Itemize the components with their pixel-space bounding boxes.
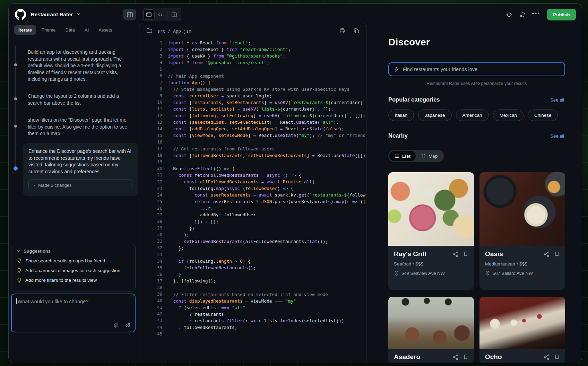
split-view-button[interactable] xyxy=(168,9,180,20)
tab-iterate[interactable]: Iterate xyxy=(14,25,36,35)
prompt-input[interactable]: What would you like to change? xyxy=(11,294,136,332)
category-pill-chinese[interactable]: Chinese xyxy=(528,110,558,121)
refresh-button[interactable] xyxy=(517,9,528,20)
nearby-title: Nearby xyxy=(388,132,408,139)
code-text: // Main App component xyxy=(168,73,224,79)
panel-tabs: IterateThemeDataAIAssets xyxy=(14,25,116,35)
code-line: 26 ...r, xyxy=(139,205,366,211)
code-line: 12 const [following, setFollowing] = use… xyxy=(139,112,366,119)
code-line: 38 xyxy=(139,284,366,291)
restaurant-card[interactable]: Ray's GrillSeafood • $$$649 Seaview Ave … xyxy=(388,172,474,290)
line-number: 7 xyxy=(139,80,162,85)
tab-theme[interactable]: Theme xyxy=(37,25,60,35)
share-button[interactable] xyxy=(544,251,550,257)
share-button[interactable] xyxy=(452,251,458,257)
bookmark-icon[interactable] xyxy=(463,354,468,360)
send-button[interactable] xyxy=(125,322,131,328)
app-title[interactable]: Restaurant Rater xyxy=(31,11,73,17)
code-line: 5 xyxy=(139,66,366,72)
github-logo-icon xyxy=(15,9,26,20)
bookmark-button[interactable] xyxy=(554,251,560,257)
share-icon[interactable] xyxy=(452,354,458,360)
code-line: 23 following.map(async (followedUser) =>… xyxy=(139,185,366,192)
category-pill-japanese[interactable]: Japanese xyxy=(418,110,452,121)
more-options-button[interactable]: ••• xyxy=(531,9,541,20)
code-line: 30 ); xyxy=(139,232,366,238)
made-changes-label: Made 2 changes xyxy=(38,183,71,188)
made-changes-button[interactable]: ›Made 2 changes xyxy=(28,179,132,191)
bookmark-button[interactable] xyxy=(463,354,468,360)
restaurant-photo xyxy=(388,297,474,349)
address-text: 649 Seaview Ave NW xyxy=(401,271,445,276)
category-pill-italian[interactable]: Italian xyxy=(388,110,414,121)
suggestion-item[interactable]: Show search results grouped by friend xyxy=(17,258,130,263)
list-icon xyxy=(395,154,400,159)
restaurant-card[interactable]: Asadero xyxy=(388,297,474,363)
line-number: 1 xyxy=(139,41,162,45)
share-icon[interactable] xyxy=(544,251,550,257)
share-icon[interactable] xyxy=(544,354,550,360)
share-button[interactable] xyxy=(452,354,458,360)
line-number: 38 xyxy=(139,285,162,290)
share-button[interactable] xyxy=(544,354,550,360)
refresh-icon xyxy=(519,11,526,18)
line-number: 35 xyxy=(139,265,162,270)
suggestion-label: Add more filters to the results view xyxy=(25,278,97,283)
code-view-button[interactable] xyxy=(155,9,166,20)
line-number: 28 xyxy=(139,219,162,224)
code-text: import * as React from "react"; xyxy=(168,40,251,45)
prompt-input-placeholder: What would you like to change? xyxy=(18,299,89,304)
tab-ai[interactable]: AI xyxy=(80,25,93,35)
suggestion-item[interactable]: Add a carousel of images for each sugges… xyxy=(17,268,130,273)
code-text: addedBy: followedUser xyxy=(168,212,256,217)
code-area[interactable]: 1import * as React from "react";2import … xyxy=(139,40,366,363)
prompt-message-card[interactable]: Enhance the Discover page’s search bar w… xyxy=(23,143,138,196)
copy-code-button[interactable] xyxy=(353,28,360,34)
bookmark-icon[interactable] xyxy=(554,354,560,360)
category-pill-american[interactable]: American xyxy=(456,110,489,121)
code-line: 20 React.useEffect(() => { xyxy=(139,165,366,172)
bookmark-button[interactable] xyxy=(463,251,468,257)
category-pill-mexican[interactable]: Mexican xyxy=(493,110,524,121)
attach-file-button[interactable] xyxy=(113,322,119,328)
restaurant-card[interactable]: Ocho xyxy=(479,297,565,363)
code-text: } xyxy=(168,272,181,277)
restaurant-cuisine: Seafood • $$$ xyxy=(394,261,468,267)
folder-icon[interactable] xyxy=(146,27,153,34)
code-line: 19 xyxy=(139,159,366,165)
prompt-message: Change the layout to 2 columns and add a… xyxy=(28,93,131,106)
share-icon[interactable] xyxy=(452,251,458,257)
see-all-categories-link[interactable]: See all xyxy=(550,97,564,103)
line-number: 16 xyxy=(139,140,162,145)
search-input[interactable]: Find restaurants your friends love xyxy=(388,62,565,76)
suggestion-item[interactable]: Add more filters to the results view xyxy=(17,278,130,283)
bookmark-icon[interactable] xyxy=(463,251,468,257)
target-button[interactable] xyxy=(504,9,514,20)
bookmark-icon[interactable] xyxy=(554,251,560,257)
code-line: 27 addedBy: followedUser xyxy=(139,211,366,218)
restaurant-card[interactable]: OasisMediterranean • $$$507 Ballard Ave … xyxy=(479,172,565,290)
toggle-list[interactable]: List xyxy=(389,151,416,161)
code-line: 41 ? (selectedList === "all" xyxy=(139,304,366,311)
file-breadcrumb[interactable]: src / App.jsx xyxy=(157,28,191,34)
code-text: ); xyxy=(168,232,189,237)
tab-data[interactable]: Data xyxy=(61,25,79,35)
format-button[interactable] xyxy=(339,28,345,34)
chevron-down-icon[interactable] xyxy=(77,13,80,15)
toggle-map[interactable]: Map xyxy=(416,151,443,161)
divider xyxy=(167,11,167,18)
see-all-nearby-link[interactable]: See all xyxy=(550,133,564,139)
code-line: 40 const displayedRestaurants = viewMode… xyxy=(139,298,366,304)
restaurant-name: Oasis xyxy=(485,250,539,258)
suggestions-header[interactable]: Suggestions xyxy=(17,249,130,254)
code-line: 28 })) : []; xyxy=(139,218,366,225)
tab-assets[interactable]: Assets xyxy=(94,25,116,35)
publish-button[interactable]: Publish xyxy=(547,9,576,20)
lightbulb-icon xyxy=(17,268,22,273)
paperclip-icon xyxy=(113,322,119,328)
bookmark-button[interactable] xyxy=(554,354,560,360)
printer-icon xyxy=(339,28,345,34)
preview-view-button[interactable] xyxy=(143,9,155,20)
code-editor-panel: src / App.jsx 1import * as React from "r… xyxy=(139,23,366,363)
sidebar-toggle-button[interactable] xyxy=(123,9,136,20)
